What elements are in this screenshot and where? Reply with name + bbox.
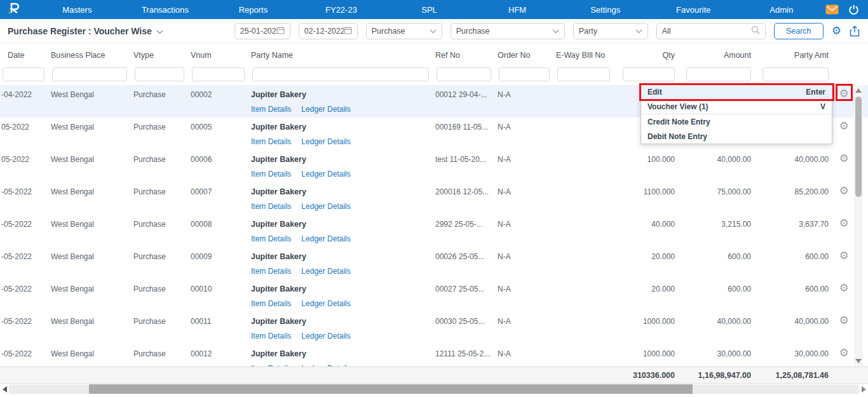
ledger-details-link[interactable]: Ledger Details bbox=[301, 364, 350, 367]
col-header-e-way-bill-no[interactable]: E-Way BIll No bbox=[555, 51, 615, 60]
scroll-right-arrow-icon[interactable] bbox=[862, 386, 866, 393]
row-actions-gear-icon[interactable]: ⚙ bbox=[839, 120, 848, 132]
menu-item-credit-note-entry[interactable]: Credit Note Entry bbox=[641, 114, 832, 129]
ledger-details-link[interactable]: Ledger Details bbox=[301, 202, 350, 211]
col-header-order-no[interactable]: Order No bbox=[496, 51, 555, 60]
table-row[interactable]: -05-2022 West Bengal Purchase 00007 Jupi… bbox=[0, 182, 868, 215]
col-header-amount[interactable]: Amount bbox=[679, 51, 755, 60]
menu-item-edit[interactable]: EditEnter bbox=[641, 85, 832, 100]
table-row[interactable]: -05-2022 West Bengal Purchase 00010 Jupi… bbox=[0, 279, 868, 312]
cell-party-amt: 30,000.00 bbox=[755, 344, 832, 367]
row-actions-gear-icon[interactable]: ⚙ bbox=[839, 314, 848, 326]
table-row[interactable]: -05-2022 West Bengal Purchase 00009 Jupi… bbox=[0, 247, 868, 279]
row-actions-gear-icon[interactable]: ⚙ bbox=[839, 282, 848, 294]
horizontal-scrollbar[interactable] bbox=[0, 384, 868, 394]
table-row[interactable]: -05-2022 West Bengal Purchase 00008 Jupi… bbox=[0, 215, 868, 247]
ledger-details-link[interactable]: Ledger Details bbox=[301, 234, 350, 243]
filter-input-vtype[interactable] bbox=[135, 67, 184, 81]
nav-item-settings[interactable]: Settings bbox=[561, 5, 649, 15]
nav-item-admin[interactable]: Admin bbox=[738, 5, 826, 15]
filter-input-vnum[interactable] bbox=[192, 67, 245, 81]
app-logo[interactable] bbox=[0, 1, 33, 18]
row-actions-gear-icon[interactable]: ⚙ bbox=[839, 347, 848, 359]
col-header-party-name[interactable]: Party Name bbox=[250, 51, 434, 60]
col-header-party-amt[interactable]: Party Amt bbox=[755, 51, 832, 60]
filter-input-party-name[interactable] bbox=[252, 67, 429, 81]
filter-input-business-place[interactable] bbox=[52, 67, 127, 81]
col-header-vtype[interactable]: Vtype bbox=[132, 51, 189, 60]
col-header-date[interactable]: Date bbox=[0, 51, 50, 60]
cell-party-amt: 3,637.70 bbox=[755, 215, 832, 247]
mail-icon[interactable] bbox=[825, 4, 839, 15]
voucher-type-select[interactable]: Purchase bbox=[366, 23, 442, 39]
filter-input-e-way-bill-no[interactable] bbox=[557, 67, 610, 81]
row-actions-gear-icon[interactable]: ⚙ bbox=[839, 152, 848, 165]
item-details-link[interactable]: Item Details bbox=[251, 299, 291, 308]
scroll-left-arrow-icon[interactable] bbox=[3, 386, 7, 393]
scroll-up-arrow-icon[interactable] bbox=[855, 88, 862, 93]
report-title-dropdown[interactable]: Purchase Register : Voucher Wise bbox=[8, 25, 163, 37]
item-details-link[interactable]: Item Details bbox=[251, 267, 291, 276]
ledger-details-link[interactable]: Ledger Details bbox=[301, 267, 350, 276]
vertical-scrollbar[interactable] bbox=[854, 85, 863, 367]
ledger-details-link[interactable]: Ledger Details bbox=[301, 170, 350, 178]
filter-input-date[interactable] bbox=[3, 67, 44, 81]
filter-input-amount[interactable] bbox=[686, 67, 751, 81]
ledger-details-link[interactable]: Ledger Details bbox=[301, 105, 350, 114]
col-header-vnum[interactable]: Vnum bbox=[189, 51, 250, 60]
item-details-link[interactable]: Item Details bbox=[251, 170, 291, 178]
col-header-ref-no[interactable]: Ref No bbox=[434, 51, 496, 60]
cell-business-place: West Bengal bbox=[50, 118, 132, 150]
report-type-select[interactable]: Purchase bbox=[451, 23, 565, 39]
nav-item-fy22-23[interactable]: FY22-23 bbox=[297, 5, 386, 15]
item-details-link[interactable]: Item Details bbox=[251, 364, 291, 367]
calendar-icon[interactable] bbox=[276, 26, 285, 36]
item-details-link[interactable]: Item Details bbox=[251, 105, 291, 114]
nav-item-spl[interactable]: SPL bbox=[385, 5, 473, 15]
menu-item-debit-note-entry[interactable]: Debit Note Entry bbox=[641, 129, 832, 144]
power-icon[interactable] bbox=[848, 4, 859, 15]
table-row[interactable]: -05-2022 West Bengal Purchase 00011 Jupi… bbox=[0, 312, 868, 344]
export-share-icon[interactable] bbox=[850, 25, 860, 37]
search-input[interactable] bbox=[662, 27, 751, 36]
date-from-field[interactable] bbox=[234, 23, 290, 39]
nav-item-favourite[interactable]: Favourite bbox=[649, 5, 738, 15]
filter-input-order-no[interactable] bbox=[499, 67, 550, 81]
table-row[interactable]: -05-2022 West Bengal Purchase 00012 Jupi… bbox=[0, 344, 868, 367]
filter-input-qty[interactable] bbox=[623, 67, 675, 81]
nav-item-masters[interactable]: Masters bbox=[33, 5, 121, 15]
nav-item-reports[interactable]: Reports bbox=[209, 5, 297, 15]
row-actions-gear-icon[interactable]: ⚙ bbox=[839, 185, 848, 197]
row-actions-gear-icon[interactable]: ⚙ bbox=[839, 250, 848, 262]
calendar-icon[interactable] bbox=[344, 26, 352, 36]
date-to-field[interactable] bbox=[299, 23, 358, 39]
cell-vtype: Purchase bbox=[132, 312, 189, 344]
date-to-input[interactable] bbox=[304, 27, 344, 36]
menu-item-voucher-view-1[interactable]: Voucher View (1)V bbox=[641, 100, 832, 114]
ledger-details-link[interactable]: Ledger Details bbox=[301, 332, 350, 340]
filter-input-party-amt[interactable] bbox=[763, 67, 829, 81]
nav-item-hfm[interactable]: HFM bbox=[473, 5, 562, 15]
item-details-link[interactable]: Item Details bbox=[251, 137, 291, 146]
date-from-input[interactable] bbox=[240, 27, 276, 36]
filter-input-ref-no[interactable] bbox=[437, 67, 491, 81]
nav-item-transactions[interactable]: Transactions bbox=[121, 5, 210, 15]
group-by-select[interactable]: Party bbox=[573, 23, 648, 39]
item-details-link[interactable]: Item Details bbox=[251, 332, 291, 340]
ledger-details-link[interactable]: Ledger Details bbox=[301, 137, 350, 146]
row-actions-gear-icon[interactable]: ⚙ bbox=[839, 217, 848, 229]
scroll-down-arrow-icon[interactable] bbox=[855, 359, 862, 363]
vscroll-thumb[interactable] bbox=[855, 97, 862, 197]
col-header-business-place[interactable]: Business Place bbox=[50, 51, 132, 60]
row-actions-gear-icon[interactable]: ⚙ bbox=[839, 88, 848, 100]
item-details-link[interactable]: Item Details bbox=[251, 202, 291, 211]
cell-qty: 40.000 bbox=[615, 215, 679, 247]
search-button[interactable]: Search bbox=[774, 23, 824, 39]
hscroll-thumb[interactable] bbox=[89, 384, 693, 394]
settings-gear-icon[interactable]: ⚙ bbox=[832, 25, 841, 36]
ledger-details-link[interactable]: Ledger Details bbox=[301, 299, 350, 308]
item-details-link[interactable]: Item Details bbox=[251, 234, 291, 243]
table-row[interactable]: 05-2022 West Bengal Purchase 00006 Jupit… bbox=[0, 150, 868, 182]
col-header-qty[interactable]: Qty bbox=[615, 51, 679, 60]
search-field[interactable] bbox=[656, 23, 766, 39]
